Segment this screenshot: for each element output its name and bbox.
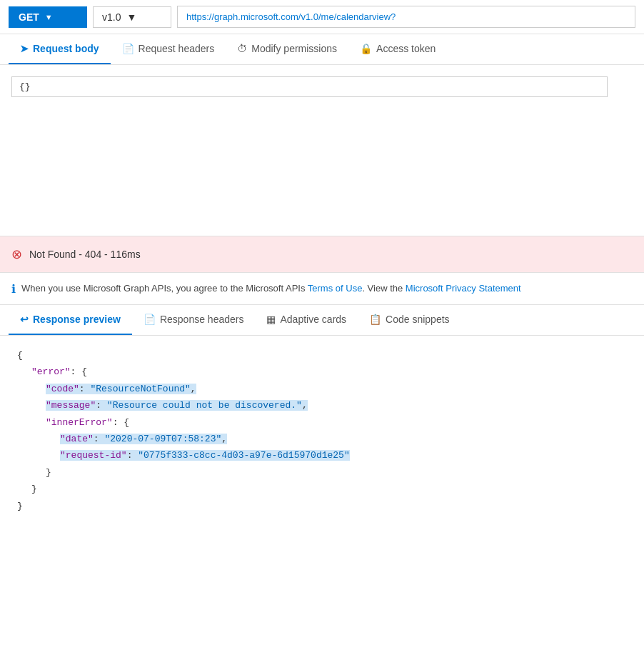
modify-permissions-icon: ⏱: [237, 43, 247, 54]
version-chevron-icon: ▼: [126, 11, 136, 23]
method-dropdown[interactable]: GET ▼: [9, 6, 87, 28]
tab-modify-permissions[interactable]: ⏱ Modify permissions: [226, 34, 348, 64]
method-chevron-icon: ▼: [45, 13, 53, 21]
adaptive-cards-icon: ▦: [266, 314, 276, 325]
json-line: }: [31, 481, 627, 497]
version-label: v1.0: [102, 11, 121, 23]
tab-response-headers-label: Response headers: [160, 314, 244, 325]
json-line: "code": "ResourceNotFound",: [46, 381, 627, 397]
error-banner: ⊗ Not Found - 404 - 116ms: [0, 236, 644, 273]
request-body-input[interactable]: {}: [11, 76, 608, 97]
terms-link[interactable]: Terms of Use: [308, 283, 363, 294]
tab-request-body-label: Request body: [33, 43, 99, 54]
json-line: "innerError": {: [46, 414, 627, 431]
code-snippets-icon: 📋: [369, 314, 381, 325]
error-icon: ⊗: [11, 246, 22, 262]
tab-modify-permissions-label: Modify permissions: [251, 43, 337, 54]
tab-request-headers-label: Request headers: [139, 43, 215, 54]
tab-adaptive-cards-label: Adaptive cards: [280, 314, 346, 325]
request-headers-icon: 📄: [122, 43, 134, 54]
tab-request-headers[interactable]: 📄 Request headers: [111, 34, 226, 64]
tab-access-token[interactable]: 🔒 Access token: [348, 34, 447, 64]
privacy-link[interactable]: Microsoft Privacy Statement: [406, 283, 521, 294]
tab-response-headers[interactable]: 📄 Response headers: [132, 305, 256, 335]
tab-adaptive-cards[interactable]: ▦ Adaptive cards: [255, 305, 358, 335]
json-line: "error": {: [31, 364, 627, 380]
response-body: { "error": { "code": "ResourceNotFound",…: [0, 336, 644, 526]
method-label: GET: [19, 11, 39, 23]
json-line: {: [17, 347, 627, 364]
json-line: "request-id": "0775f333-c8cc-4d03-a97e-6…: [60, 447, 627, 464]
tab-access-token-label: Access token: [376, 43, 436, 54]
tab-code-snippets-label: Code snippets: [386, 314, 450, 325]
json-line: "date": "2020-07-09T07:58:23",: [60, 431, 627, 447]
request-tabs: ➤ Request body 📄 Request headers ⏱ Modif…: [0, 34, 644, 65]
response-preview-icon: ↩: [20, 314, 29, 325]
tab-response-preview-label: Response preview: [33, 314, 121, 325]
response-tabs: ↩ Response preview 📄 Response headers ▦ …: [0, 305, 644, 336]
top-bar: GET ▼ v1.0 ▼ https://graph.microsoft.com…: [0, 0, 644, 34]
info-text: When you use Microsoft Graph APIs, you a…: [21, 281, 521, 296]
info-icon: ℹ: [11, 282, 16, 296]
tab-response-preview[interactable]: ↩ Response preview: [9, 305, 132, 335]
tab-request-body[interactable]: ➤ Request body: [9, 34, 111, 64]
request-body-icon: ➤: [20, 43, 29, 54]
error-message: Not Found - 404 - 116ms: [29, 249, 141, 260]
request-body-area: {}: [0, 65, 644, 236]
info-bar: ℹ When you use Microsoft Graph APIs, you…: [0, 273, 644, 305]
tab-code-snippets[interactable]: 📋 Code snippets: [358, 305, 461, 335]
json-line: }: [17, 498, 627, 514]
version-dropdown[interactable]: v1.0 ▼: [93, 6, 171, 28]
response-headers-icon: 📄: [144, 314, 156, 325]
json-line: }: [46, 464, 627, 481]
json-line: "message": "Resource could not be discov…: [46, 397, 627, 414]
url-bar[interactable]: https://graph.microsoft.com/v1.0/me/cale…: [177, 6, 635, 28]
access-token-icon: 🔒: [360, 43, 372, 54]
